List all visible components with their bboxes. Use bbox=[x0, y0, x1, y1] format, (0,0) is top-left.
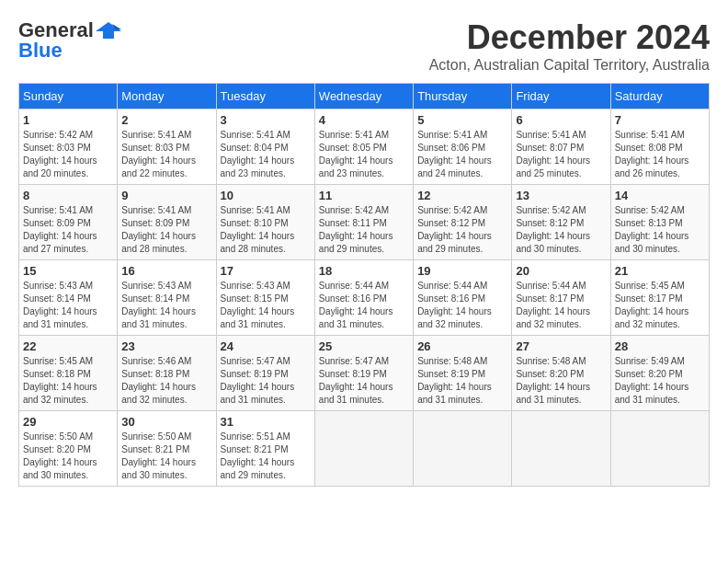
sunset-text: Sunset: 8:09 PM bbox=[121, 218, 189, 228]
calendar-cell: 21 Sunrise: 5:45 AM Sunset: 8:17 PM Dayl… bbox=[610, 260, 709, 336]
sunset-text: Sunset: 8:21 PM bbox=[221, 444, 289, 454]
sunset-text: Sunset: 8:13 PM bbox=[615, 218, 683, 228]
sunset-text: Sunset: 8:20 PM bbox=[516, 369, 584, 379]
calendar-week-row: 15 Sunrise: 5:43 AM Sunset: 8:14 PM Dayl… bbox=[19, 260, 710, 336]
day-info: Sunrise: 5:41 AM Sunset: 8:08 PM Dayligh… bbox=[615, 129, 705, 180]
sunrise-text: Sunrise: 5:47 AM bbox=[221, 356, 290, 366]
sunset-text: Sunset: 8:16 PM bbox=[319, 293, 387, 304]
daylight-text: Daylight: 14 hours and 20 minutes. bbox=[23, 155, 97, 178]
day-number: 28 bbox=[615, 339, 705, 353]
sunset-text: Sunset: 8:20 PM bbox=[23, 444, 91, 454]
calendar-cell: 15 Sunrise: 5:43 AM Sunset: 8:14 PM Dayl… bbox=[19, 260, 118, 336]
calendar-cell: 20 Sunrise: 5:44 AM Sunset: 8:17 PM Dayl… bbox=[512, 260, 610, 336]
calendar-cell: 12 Sunrise: 5:42 AM Sunset: 8:12 PM Dayl… bbox=[414, 185, 512, 260]
sunset-text: Sunset: 8:05 PM bbox=[319, 143, 387, 153]
day-info: Sunrise: 5:41 AM Sunset: 8:09 PM Dayligh… bbox=[23, 204, 113, 256]
daylight-text: Daylight: 14 hours and 31 minutes. bbox=[615, 382, 689, 405]
weekday-header-tuesday: Tuesday bbox=[216, 84, 314, 109]
logo-blue-text: Blue bbox=[18, 39, 63, 63]
calendar-cell bbox=[414, 411, 512, 487]
calendar-header-row: SundayMondayTuesdayWednesdayThursdayFrid… bbox=[19, 84, 710, 109]
calendar-cell: 11 Sunrise: 5:42 AM Sunset: 8:11 PM Dayl… bbox=[314, 185, 413, 260]
logo-bird-icon bbox=[96, 20, 121, 40]
sunset-text: Sunset: 8:18 PM bbox=[23, 369, 91, 379]
daylight-text: Daylight: 14 hours and 28 minutes. bbox=[221, 231, 295, 254]
calendar-week-row: 22 Sunrise: 5:45 AM Sunset: 8:18 PM Dayl… bbox=[19, 336, 710, 411]
daylight-text: Daylight: 14 hours and 23 minutes. bbox=[319, 155, 393, 178]
day-number: 18 bbox=[319, 264, 409, 278]
calendar-cell: 1 Sunrise: 5:42 AM Sunset: 8:03 PM Dayli… bbox=[19, 109, 118, 185]
daylight-text: Daylight: 14 hours and 31 minutes. bbox=[221, 382, 295, 405]
day-info: Sunrise: 5:41 AM Sunset: 8:05 PM Dayligh… bbox=[319, 129, 409, 180]
calendar-cell: 31 Sunrise: 5:51 AM Sunset: 8:21 PM Dayl… bbox=[216, 411, 314, 487]
sunrise-text: Sunrise: 5:41 AM bbox=[615, 130, 685, 140]
calendar-cell: 18 Sunrise: 5:44 AM Sunset: 8:16 PM Dayl… bbox=[314, 260, 413, 336]
daylight-text: Daylight: 14 hours and 30 minutes. bbox=[615, 231, 689, 254]
calendar-cell: 2 Sunrise: 5:41 AM Sunset: 8:03 PM Dayli… bbox=[118, 109, 216, 185]
calendar-cell: 29 Sunrise: 5:50 AM Sunset: 8:20 PM Dayl… bbox=[19, 411, 118, 487]
day-info: Sunrise: 5:42 AM Sunset: 8:03 PM Dayligh… bbox=[23, 129, 113, 180]
day-info: Sunrise: 5:48 AM Sunset: 8:19 PM Dayligh… bbox=[417, 355, 507, 407]
sunrise-text: Sunrise: 5:43 AM bbox=[221, 281, 290, 291]
day-info: Sunrise: 5:45 AM Sunset: 8:18 PM Dayligh… bbox=[23, 355, 113, 407]
day-info: Sunrise: 5:43 AM Sunset: 8:14 PM Dayligh… bbox=[121, 280, 211, 331]
calendar-cell: 6 Sunrise: 5:41 AM Sunset: 8:07 PM Dayli… bbox=[512, 109, 610, 185]
calendar-cell: 17 Sunrise: 5:43 AM Sunset: 8:15 PM Dayl… bbox=[216, 260, 314, 336]
day-info: Sunrise: 5:47 AM Sunset: 8:19 PM Dayligh… bbox=[221, 355, 311, 407]
day-info: Sunrise: 5:45 AM Sunset: 8:17 PM Dayligh… bbox=[615, 280, 705, 331]
sunset-text: Sunset: 8:04 PM bbox=[221, 143, 289, 153]
calendar-cell bbox=[314, 411, 413, 487]
calendar-cell: 19 Sunrise: 5:44 AM Sunset: 8:16 PM Dayl… bbox=[414, 260, 512, 336]
calendar-cell: 27 Sunrise: 5:48 AM Sunset: 8:20 PM Dayl… bbox=[512, 336, 610, 411]
location-subtitle: Acton, Australian Capital Territory, Aus… bbox=[429, 57, 710, 74]
sunrise-text: Sunrise: 5:41 AM bbox=[23, 205, 93, 215]
day-number: 3 bbox=[221, 113, 311, 127]
day-number: 23 bbox=[121, 339, 211, 353]
page-header: General Blue December 2024 Acton, Austra… bbox=[18, 18, 710, 74]
day-info: Sunrise: 5:41 AM Sunset: 8:09 PM Dayligh… bbox=[121, 204, 211, 256]
sunrise-text: Sunrise: 5:44 AM bbox=[319, 281, 389, 291]
sunrise-text: Sunrise: 5:47 AM bbox=[319, 356, 389, 366]
logo: General Blue bbox=[18, 18, 121, 63]
weekday-header-wednesday: Wednesday bbox=[314, 84, 413, 109]
sunset-text: Sunset: 8:19 PM bbox=[319, 369, 387, 379]
day-info: Sunrise: 5:42 AM Sunset: 8:13 PM Dayligh… bbox=[615, 204, 705, 256]
day-number: 26 bbox=[417, 339, 507, 353]
day-info: Sunrise: 5:48 AM Sunset: 8:20 PM Dayligh… bbox=[516, 355, 606, 407]
day-number: 30 bbox=[121, 415, 211, 429]
daylight-text: Daylight: 14 hours and 31 minutes. bbox=[417, 382, 492, 405]
calendar-cell: 7 Sunrise: 5:41 AM Sunset: 8:08 PM Dayli… bbox=[610, 109, 709, 185]
sunset-text: Sunset: 8:03 PM bbox=[23, 143, 91, 153]
sunrise-text: Sunrise: 5:46 AM bbox=[121, 356, 191, 366]
sunrise-text: Sunrise: 5:50 AM bbox=[121, 431, 191, 442]
sunset-text: Sunset: 8:12 PM bbox=[417, 218, 485, 228]
sunset-text: Sunset: 8:11 PM bbox=[319, 218, 387, 228]
sunrise-text: Sunrise: 5:41 AM bbox=[221, 130, 290, 140]
sunset-text: Sunset: 8:16 PM bbox=[417, 293, 485, 304]
sunrise-text: Sunrise: 5:42 AM bbox=[615, 205, 685, 215]
calendar-cell: 5 Sunrise: 5:41 AM Sunset: 8:06 PM Dayli… bbox=[414, 109, 512, 185]
day-number: 25 bbox=[319, 339, 409, 353]
sunrise-text: Sunrise: 5:48 AM bbox=[417, 356, 487, 366]
day-number: 27 bbox=[516, 339, 606, 353]
calendar-body: 1 Sunrise: 5:42 AM Sunset: 8:03 PM Dayli… bbox=[19, 109, 710, 487]
calendar-week-row: 1 Sunrise: 5:42 AM Sunset: 8:03 PM Dayli… bbox=[19, 109, 710, 185]
daylight-text: Daylight: 14 hours and 30 minutes. bbox=[516, 231, 590, 254]
daylight-text: Daylight: 14 hours and 29 minutes. bbox=[417, 231, 492, 254]
sunset-text: Sunset: 8:19 PM bbox=[221, 369, 289, 379]
sunrise-text: Sunrise: 5:48 AM bbox=[516, 356, 586, 366]
sunrise-text: Sunrise: 5:42 AM bbox=[319, 205, 389, 215]
calendar-cell: 23 Sunrise: 5:46 AM Sunset: 8:18 PM Dayl… bbox=[118, 336, 216, 411]
day-number: 4 bbox=[319, 113, 409, 127]
sunrise-text: Sunrise: 5:50 AM bbox=[23, 431, 93, 442]
sunrise-text: Sunrise: 5:44 AM bbox=[516, 281, 586, 291]
day-info: Sunrise: 5:50 AM Sunset: 8:21 PM Dayligh… bbox=[121, 431, 211, 482]
daylight-text: Daylight: 14 hours and 32 minutes. bbox=[417, 306, 492, 329]
daylight-text: Daylight: 14 hours and 31 minutes. bbox=[121, 306, 196, 329]
sunrise-text: Sunrise: 5:45 AM bbox=[615, 281, 685, 291]
sunrise-text: Sunrise: 5:49 AM bbox=[615, 356, 685, 366]
sunrise-text: Sunrise: 5:41 AM bbox=[516, 130, 586, 140]
daylight-text: Daylight: 14 hours and 32 minutes. bbox=[121, 382, 196, 405]
sunrise-text: Sunrise: 5:43 AM bbox=[121, 281, 191, 291]
calendar-cell: 16 Sunrise: 5:43 AM Sunset: 8:14 PM Dayl… bbox=[118, 260, 216, 336]
